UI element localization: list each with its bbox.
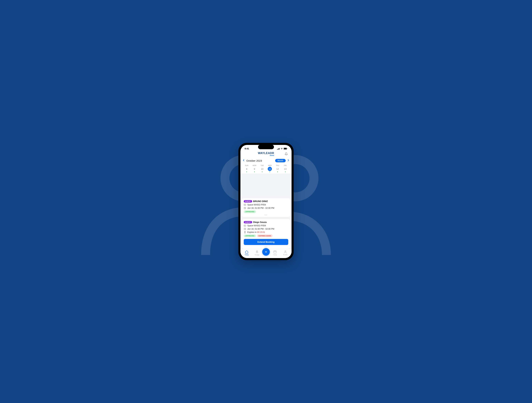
- day-number: 10: [260, 167, 264, 171]
- chevron-right-icon: [287, 159, 289, 161]
- svg-rect-4: [279, 148, 279, 149]
- plus-icon: +: [265, 249, 267, 254]
- space-label: Space MA502-P054: [247, 204, 266, 206]
- tab-label: Profile: [283, 254, 288, 256]
- tab-today[interactable]: Today: [241, 250, 252, 256]
- status-right: [277, 148, 287, 149]
- approved-badge: APPROVED: [244, 235, 256, 237]
- extend-booking-button[interactable]: Extend Booking: [244, 239, 288, 245]
- day-number: 13: [283, 167, 287, 171]
- calendar-icon: [273, 250, 277, 254]
- approved-badge: APPROVED: [244, 210, 256, 213]
- day-name: TUE: [261, 165, 264, 166]
- day-name: FRI: [284, 165, 286, 166]
- tab-nudge[interactable]: Nudge: [252, 250, 262, 256]
- expires-countdown: 00:15:01: [257, 231, 265, 233]
- nudge-icon: [255, 250, 259, 254]
- tab-bar: Today Nudge + Away Profile: [241, 249, 291, 258]
- tab-profile[interactable]: Profile: [280, 250, 291, 256]
- day-number: 12: [275, 167, 280, 171]
- booking-card[interactable]: GUEST BRUNO DINIZ Space MA502-P054 Jun 1…: [242, 198, 290, 217]
- day-sun[interactable]: SUN 8: [243, 165, 251, 172]
- tab-label: Today: [245, 254, 249, 256]
- day-dot: [285, 172, 286, 172]
- app-header: WAYLEADR Home: [241, 151, 291, 157]
- day-number: 8: [245, 167, 249, 171]
- phone-screen: 9:41 WAYLEADR Home October 2023: [241, 145, 291, 258]
- booking-card[interactable]: GUEST Diego Souza Space MA502-P054 Jun 1…: [242, 219, 290, 249]
- prev-month-button[interactable]: [242, 158, 245, 163]
- svg-rect-5: [279, 148, 280, 149]
- status-time: 9:41: [245, 147, 249, 150]
- cellular-icon: [277, 148, 280, 149]
- svg-rect-7: [284, 148, 286, 149]
- chevron-left-icon: [243, 159, 245, 161]
- card-drag-handle[interactable]: •••: [244, 246, 288, 248]
- svg-rect-2: [277, 149, 278, 149]
- expires-label: Expires in 00:15:01: [247, 231, 265, 233]
- dynamic-island: [258, 145, 274, 149]
- day-dot: [262, 172, 263, 172]
- time-label: Jun 18, 01:00 PM - 02:00 PM: [247, 207, 274, 209]
- bookings-scroll[interactable]: GUEST BRUNO DINIZ Space MA502-P054 Jun 1…: [241, 174, 291, 249]
- day-name: WED: [268, 165, 272, 166]
- day-thu[interactable]: THU 12: [274, 165, 282, 172]
- time-label: Jun 18, 01:00 PM - 02:00 PM: [247, 228, 274, 230]
- bell-icon: [285, 152, 288, 155]
- day-mon[interactable]: MON 9: [251, 165, 258, 172]
- space-icon: [244, 204, 246, 206]
- day-dot: [254, 172, 255, 172]
- card-drag-handle[interactable]: •••: [244, 214, 288, 216]
- day-wed[interactable]: WED 11: [266, 165, 274, 172]
- day-tue[interactable]: TUE 10: [258, 165, 266, 172]
- profile-icon: [284, 250, 287, 254]
- day-number: 11: [268, 167, 272, 171]
- next-month-button[interactable]: [287, 158, 290, 163]
- day-name: MON: [253, 165, 256, 166]
- svg-rect-9: [244, 204, 246, 205]
- day-dot: [269, 172, 270, 172]
- wifi-icon: [280, 148, 283, 149]
- svg-rect-11: [244, 225, 246, 226]
- battery-icon: [284, 148, 287, 149]
- day-fri[interactable]: FRI 13: [281, 165, 289, 172]
- month-label: October 2023: [246, 159, 262, 162]
- svg-rect-8: [287, 148, 287, 149]
- day-name: THU: [276, 165, 279, 166]
- month-view-toggle[interactable]: Month: [275, 159, 286, 162]
- guest-badge: GUEST: [244, 200, 252, 203]
- notifications-button[interactable]: [284, 152, 288, 157]
- tab-label: Nudge: [255, 254, 260, 256]
- phone-frame: 9:41 WAYLEADR Home October 2023: [238, 143, 294, 260]
- svg-rect-13: [274, 251, 276, 253]
- day-dot: [246, 172, 247, 172]
- logo-text: WAYLEADR: [258, 152, 274, 155]
- clock-icon: [244, 207, 246, 209]
- home-icon: [245, 250, 248, 254]
- week-row: SUN 8 MON 9 TUE 10 WED 11 THU 12: [241, 164, 291, 172]
- guest-badge: GUEST: [244, 221, 252, 223]
- guest-name: Diego Souza: [253, 221, 267, 223]
- guest-name: BRUNO DINIZ: [253, 200, 268, 203]
- clock-icon: [244, 228, 246, 230]
- day-name: SUN: [245, 165, 248, 166]
- app-logo: WAYLEADR Home: [258, 152, 274, 156]
- tab-label: Away: [273, 254, 277, 256]
- space-label: Space MA502-P054: [247, 224, 266, 227]
- expires-soon-badge: EXPIRES SOON: [257, 235, 272, 237]
- hourglass-icon: [244, 231, 246, 233]
- svg-point-14: [285, 251, 286, 252]
- svg-rect-3: [278, 149, 278, 149]
- space-icon: [244, 224, 246, 227]
- logo-subtitle: Home: [258, 155, 274, 156]
- add-button[interactable]: +: [262, 248, 270, 256]
- month-navigator: October 2023 Month: [241, 157, 291, 164]
- day-number: 9: [252, 167, 257, 171]
- day-dot: [277, 172, 278, 172]
- tab-away[interactable]: Away: [270, 250, 280, 256]
